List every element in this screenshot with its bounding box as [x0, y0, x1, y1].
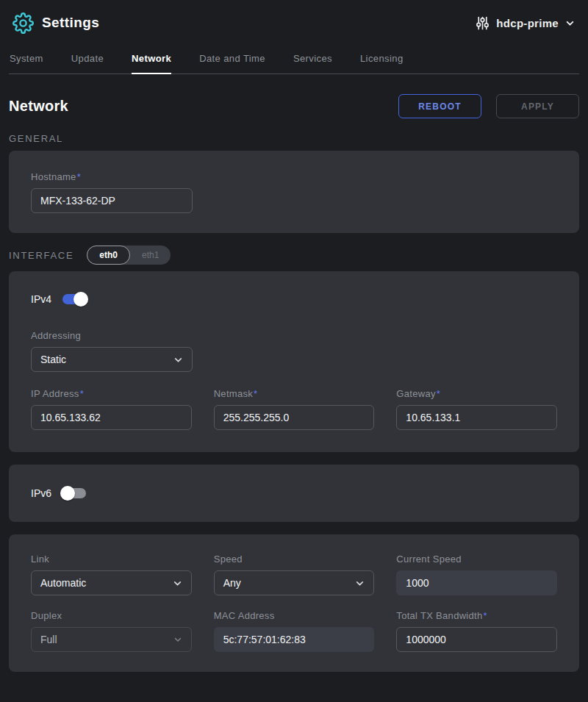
netmask-label: Netmask* [214, 388, 375, 399]
interface-option-eth1[interactable]: eth1 [130, 246, 171, 265]
settings-tabbar: System Update Network Date and Time Serv… [9, 47, 579, 74]
interface-switcher: eth0 eth1 [87, 246, 171, 265]
addressing-value: Static [40, 354, 66, 365]
current-speed-label: Current Speed [396, 554, 557, 565]
addressing-select[interactable]: Static [31, 347, 193, 372]
sliders-icon [476, 16, 490, 30]
interface-option-eth0[interactable]: eth0 [87, 246, 130, 265]
duplex-select: Full [31, 627, 192, 652]
total-tx-bandwidth-field[interactable] [396, 627, 557, 652]
gateway-field[interactable] [396, 405, 557, 430]
ipv6-label: IPv6 [31, 487, 51, 499]
chevron-down-icon [565, 18, 575, 28]
tab-update[interactable]: Update [71, 47, 104, 74]
required-asterisk: * [437, 388, 440, 399]
speed-select[interactable]: Any [214, 570, 375, 595]
link-settings-card: Link Automatic Speed Any Curre [9, 534, 579, 672]
chevron-down-icon [173, 579, 182, 588]
chevron-down-icon [173, 355, 183, 365]
ipv6-card: IPv6 [9, 465, 579, 522]
ip-address-field[interactable] [31, 405, 192, 430]
reboot-button[interactable]: REBOOT [398, 94, 481, 118]
gear-icon [12, 12, 34, 34]
general-card: Hostname* [9, 151, 579, 233]
current-speed-field [396, 570, 557, 595]
link-select[interactable]: Automatic [31, 570, 192, 595]
mac-address-label: MAC Address [214, 610, 375, 621]
duplex-value: Full [40, 634, 57, 645]
tab-licensing[interactable]: Licensing [360, 47, 404, 74]
mac-address-field [214, 627, 375, 652]
required-asterisk: * [77, 171, 81, 182]
total-tx-bandwidth-label: Total TX Bandwidth* [396, 610, 557, 621]
tab-date-and-time[interactable]: Date and Time [199, 47, 265, 74]
link-value: Automatic [40, 577, 86, 589]
chevron-down-icon [355, 579, 365, 588]
speed-value: Any [223, 577, 241, 589]
required-asterisk: * [484, 610, 487, 621]
app-title: Settings [42, 15, 99, 31]
ipv4-toggle[interactable] [62, 294, 86, 304]
tab-network[interactable]: Network [132, 47, 171, 74]
chevron-down-icon [173, 635, 182, 644]
addressing-label: Addressing [31, 330, 193, 341]
interface-section-label: INTERFACE [9, 250, 74, 261]
required-asterisk: * [80, 388, 84, 399]
tab-services[interactable]: Services [293, 47, 332, 74]
tab-system[interactable]: System [10, 47, 43, 74]
apply-button: APPLY [496, 94, 579, 118]
toggle-knob [60, 486, 75, 501]
duplex-label: Duplex [31, 610, 192, 621]
ip-address-label: IP Address* [31, 388, 192, 399]
netmask-field[interactable] [214, 405, 375, 430]
hostname-field[interactable] [31, 188, 193, 213]
ipv4-label: IPv4 [31, 293, 51, 305]
hostname-label: Hostname* [31, 171, 193, 182]
device-selector[interactable]: hdcp-prime [476, 16, 575, 30]
link-label: Link [31, 554, 192, 565]
gateway-label: Gateway* [396, 388, 557, 399]
device-name: hdcp-prime [496, 17, 559, 29]
speed-label: Speed [214, 554, 375, 565]
general-section-label: GENERAL [9, 133, 63, 144]
toggle-knob [74, 292, 88, 307]
ipv4-card: IPv4 Addressing Static IP Address* Ne [9, 271, 579, 452]
ipv6-toggle[interactable] [62, 488, 86, 498]
required-asterisk: * [254, 388, 257, 399]
page-head: Network REBOOT APPLY [9, 94, 579, 118]
page-title: Network [9, 98, 68, 115]
app-header: Settings hdcp-prime [0, 0, 588, 46]
